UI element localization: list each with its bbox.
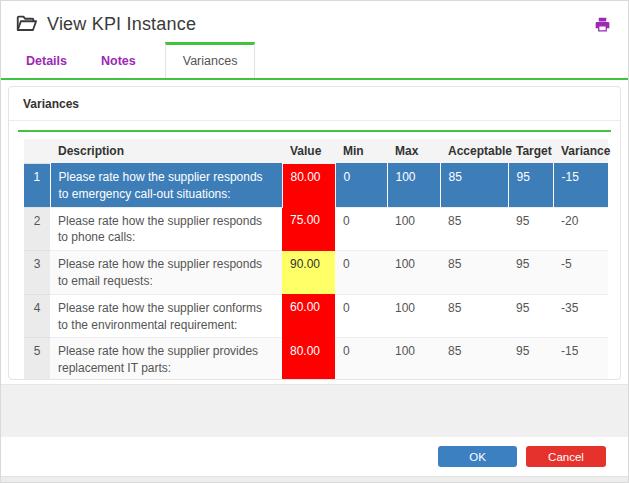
cell-value: 80.00 (282, 338, 335, 380)
cell-target: 95 (508, 294, 553, 338)
cancel-button[interactable]: Cancel (526, 446, 606, 467)
cell-max: 100 (387, 251, 440, 295)
cell-variance: -5 (553, 251, 608, 295)
table-row[interactable]: 1 Please rate how the supplier responds … (24, 164, 608, 208)
cell-min: 0 (335, 338, 387, 380)
variances-table: Description Value Min Max Acceptable Tar… (24, 139, 608, 380)
cell-acceptable: 85 (440, 338, 508, 380)
cell-value: 90.00 (282, 251, 335, 295)
cell-target: 95 (508, 207, 553, 251)
cell-variance: -15 (553, 338, 608, 380)
cell-acceptable: 85 (440, 207, 508, 251)
ok-button[interactable]: OK (438, 446, 517, 467)
row-number: 5 (24, 338, 50, 380)
cell-description: Please rate how the supplier responds to… (50, 207, 282, 251)
col-header-description: Description (50, 139, 282, 164)
cell-value: 75.00 (282, 207, 335, 251)
col-header-max: Max (387, 139, 440, 164)
col-header-variance: Variance (553, 139, 608, 164)
cell-value: 80.00 (282, 164, 335, 208)
table-header-row: Description Value Min Max Acceptable Tar… (24, 139, 608, 164)
background-band (1, 384, 628, 437)
accent-rule (18, 130, 611, 132)
cell-description: Please rate how the supplier provides re… (50, 338, 282, 380)
cell-acceptable: 85 (440, 164, 508, 208)
bottom-strip (1, 476, 628, 482)
cell-max: 100 (387, 338, 440, 380)
cell-variance: -35 (553, 294, 608, 338)
tab-notes[interactable]: Notes (84, 43, 153, 78)
dialog-footer: OK Cancel (1, 437, 628, 476)
cell-acceptable: 85 (440, 294, 508, 338)
cell-value: 60.00 (282, 294, 335, 338)
col-header-num (24, 139, 50, 164)
row-number: 2 (24, 207, 50, 251)
cell-min: 0 (335, 251, 387, 295)
cell-min: 0 (335, 294, 387, 338)
divider (9, 120, 620, 121)
printer-icon[interactable] (593, 15, 612, 34)
cell-max: 100 (387, 294, 440, 338)
cell-variance: -20 (553, 207, 608, 251)
cell-target: 95 (508, 251, 553, 295)
view-kpi-instance-dialog: { "window": { "title": "View KPI Instanc… (0, 0, 629, 483)
cell-min: 0 (335, 207, 387, 251)
col-header-min: Min (335, 139, 387, 164)
tab-bar: Details Notes Variances (1, 42, 628, 80)
table-row[interactable]: 5 Please rate how the supplier provides … (24, 338, 608, 380)
cell-variance: -15 (553, 164, 608, 208)
cell-acceptable: 85 (440, 251, 508, 295)
cell-description: Please rate how the supplier conforms to… (50, 294, 282, 338)
page-title: View KPI Instance (47, 14, 196, 35)
tab-variances[interactable]: Variances (165, 42, 256, 78)
col-header-value: Value (282, 139, 335, 164)
folder-open-icon (15, 13, 37, 35)
cell-description: Please rate how the supplier responds to… (50, 251, 282, 295)
col-header-target: Target (508, 139, 553, 164)
section-title: Variances (9, 87, 620, 120)
cell-target: 95 (508, 338, 553, 380)
row-number: 1 (24, 164, 50, 208)
col-header-acceptable: Acceptable (440, 139, 508, 164)
table-row[interactable]: 3 Please rate how the supplier responds … (24, 251, 608, 295)
row-number: 3 (24, 251, 50, 295)
cell-target: 95 (508, 164, 553, 208)
table-row[interactable]: 2 Please rate how the supplier responds … (24, 207, 608, 251)
table-row[interactable]: 4 Please rate how the supplier conforms … (24, 294, 608, 338)
tab-content: Variances Description Value Min Max Acce… (1, 80, 628, 384)
variances-panel: Variances Description Value Min Max Acce… (8, 86, 621, 380)
row-number: 4 (24, 294, 50, 338)
tab-details[interactable]: Details (9, 43, 84, 78)
cell-description: Please rate how the supplier responds to… (50, 164, 282, 208)
cell-max: 100 (387, 164, 440, 208)
cell-min: 0 (335, 164, 387, 208)
cell-max: 100 (387, 207, 440, 251)
dialog-header: View KPI Instance (1, 1, 628, 35)
